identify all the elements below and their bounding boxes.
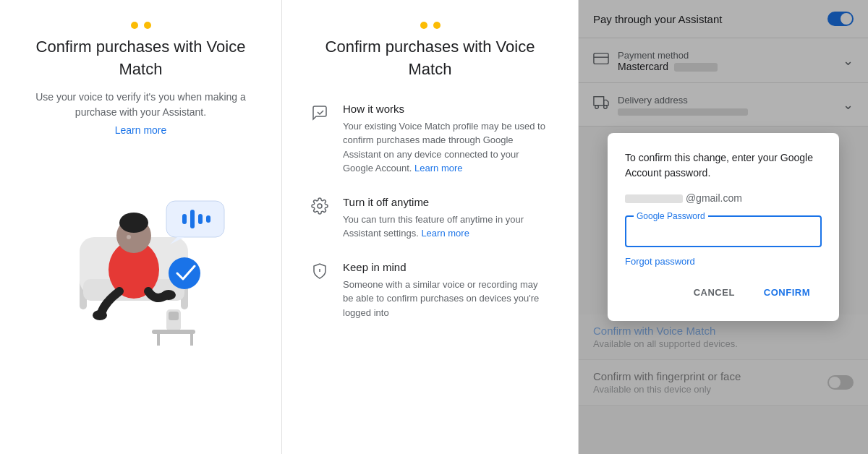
forgot-password-link[interactable]: Forgot password xyxy=(625,256,822,267)
right-panel: Pay through your Assistant Payment metho… xyxy=(579,0,868,454)
left-subtitle: Use your voice to verify it's you when m… xyxy=(29,90,252,120)
top-dots xyxy=(131,22,151,29)
svg-rect-15 xyxy=(190,334,193,346)
feature-keep-in-mind: Keep in mind Someone with a similar voic… xyxy=(311,261,549,320)
svg-rect-16 xyxy=(166,201,224,237)
svg-rect-17 xyxy=(182,214,187,224)
cancel-button[interactable]: CANCEL xyxy=(682,281,746,304)
svg-point-23 xyxy=(318,204,322,208)
shield-icon xyxy=(311,262,331,283)
turn-off-title: Turn it off anytime xyxy=(343,196,549,208)
left-title: Confirm purchases with Voice Match xyxy=(29,36,252,81)
how-it-works-title: How it works xyxy=(343,103,549,115)
middle-dot-2 xyxy=(433,22,441,29)
confirm-button[interactable]: CONFIRM xyxy=(752,281,822,304)
svg-point-22 xyxy=(169,257,200,289)
chat-check-icon xyxy=(311,104,331,124)
dot-2 xyxy=(144,22,151,29)
email-blurred xyxy=(625,194,683,203)
password-modal: To confirm this change, enter your Googl… xyxy=(608,133,839,321)
illustration xyxy=(40,158,242,346)
how-it-works-desc: Your existing Voice Match profile may be… xyxy=(343,119,549,176)
how-it-works-learn-more[interactable]: Learn more xyxy=(414,163,462,174)
middle-dot-1 xyxy=(420,22,427,29)
svg-rect-19 xyxy=(198,214,203,224)
turn-off-learn-more[interactable]: Learn more xyxy=(421,228,469,239)
feature-turn-off: Turn it off anytime You can turn this fe… xyxy=(311,196,549,241)
svg-point-9 xyxy=(119,213,148,233)
keep-in-mind-title: Keep in mind xyxy=(343,261,549,273)
svg-rect-14 xyxy=(157,334,160,346)
gear-icon xyxy=(311,197,331,218)
modal-title: To confirm this change, enter your Googl… xyxy=(625,150,822,181)
feature-how-it-works: How it works Your existing Voice Match p… xyxy=(311,103,549,176)
middle-panel: Confirm purchases with Voice Match How i… xyxy=(282,0,579,454)
email-suffix: @gmail.com xyxy=(686,192,742,204)
email-row: @gmail.com xyxy=(625,192,822,204)
svg-point-10 xyxy=(127,235,131,239)
turn-off-content: Turn it off anytime You can turn this fe… xyxy=(343,196,549,241)
password-input[interactable] xyxy=(635,228,812,239)
modal-actions: CANCEL CONFIRM xyxy=(625,281,822,304)
middle-top-dots xyxy=(311,22,549,29)
turn-off-desc: You can turn this feature off anytime in… xyxy=(343,213,549,241)
keep-in-mind-desc: Someone with a similar voice or recordin… xyxy=(343,278,549,320)
dot-1 xyxy=(131,22,138,29)
left-learn-more-link[interactable]: Learn more xyxy=(115,124,167,136)
svg-rect-13 xyxy=(152,330,195,334)
svg-rect-12 xyxy=(169,312,179,320)
svg-rect-18 xyxy=(190,210,195,228)
middle-title: Confirm purchases with Voice Match xyxy=(311,36,549,81)
left-panel: Confirm purchases with Voice Match Use y… xyxy=(0,0,282,454)
password-field-label: Google Password xyxy=(634,211,708,221)
svg-point-7 xyxy=(161,290,176,300)
svg-rect-20 xyxy=(206,215,210,223)
password-field-wrapper: Google Password xyxy=(625,215,822,247)
how-it-works-content: How it works Your existing Voice Match p… xyxy=(343,103,549,176)
svg-point-6 xyxy=(93,310,107,320)
modal-overlay: To confirm this change, enter your Googl… xyxy=(579,0,868,454)
keep-in-mind-content: Keep in mind Someone with a similar voic… xyxy=(343,261,549,320)
